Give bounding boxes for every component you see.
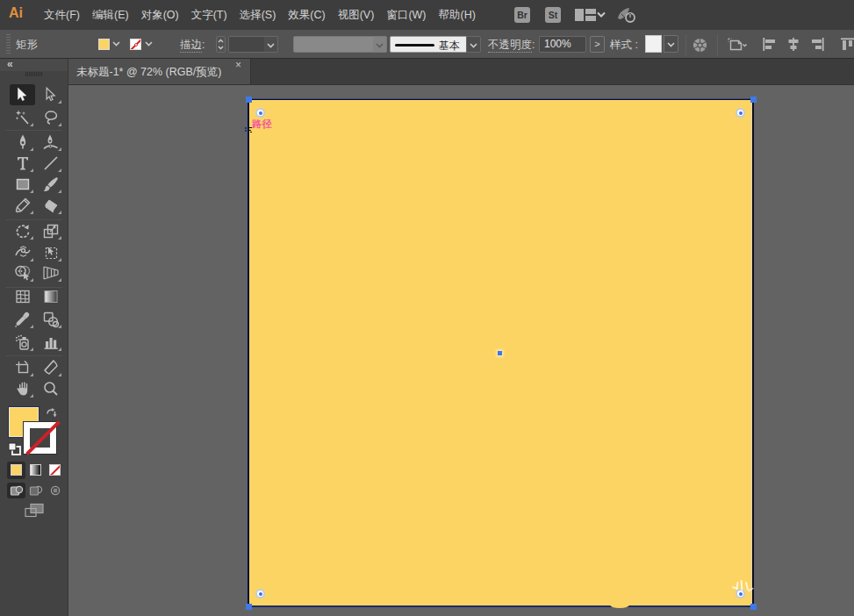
tool-hand[interactable] (10, 378, 35, 399)
tool-symbol-sprayer[interactable] (10, 332, 35, 353)
tool-column-graph[interactable] (38, 332, 63, 353)
stroke-width-input[interactable] (228, 36, 265, 53)
screen-mode-button[interactable] (24, 503, 45, 519)
tool-blend[interactable] (38, 309, 63, 330)
workspace-switcher-icon[interactable] (575, 8, 596, 22)
menu-file[interactable]: 文件(F) (38, 0, 86, 30)
align-vertical-top-icon[interactable] (841, 38, 854, 51)
none-button[interactable] (46, 462, 64, 479)
align-horizontal-right-icon[interactable] (810, 38, 824, 51)
opacity-more-button[interactable]: > (590, 36, 605, 53)
rotate-icon (14, 222, 32, 240)
menu-help[interactable]: 帮助(H) (433, 0, 482, 30)
bridge-button[interactable]: Br (514, 7, 530, 23)
tool-direct-selection[interactable] (38, 84, 63, 105)
live-corner-widget-top-right[interactable] (736, 108, 745, 118)
brush-name: 基本 (439, 39, 460, 54)
tool-perspective-grid[interactable] (38, 262, 63, 283)
align-horizontal-center-icon[interactable] (786, 38, 800, 51)
style-chevron-icon[interactable] (664, 35, 678, 53)
tool-free-transform[interactable] (38, 242, 63, 263)
stroke-width-stepper[interactable] (216, 36, 226, 53)
menu-object[interactable]: 对象(O) (135, 0, 185, 30)
gradient-swatch (30, 464, 41, 476)
scale-icon (42, 222, 60, 240)
color-button[interactable] (7, 462, 25, 479)
fill-color-swatch[interactable] (98, 39, 110, 50)
tool-mesh[interactable] (10, 286, 35, 307)
default-fill-stroke-icon[interactable] (8, 442, 21, 455)
tool-eraser[interactable] (38, 195, 63, 216)
gradient-icon (42, 288, 60, 305)
style-swatch[interactable] (645, 35, 662, 53)
stroke-panel-link[interactable]: 描边: (180, 38, 205, 53)
recolor-artwork-icon[interactable] (693, 38, 707, 53)
tool-width[interactable] (10, 242, 35, 263)
tool-curvature[interactable] (38, 132, 63, 153)
control-bar-grip[interactable] (6, 34, 11, 54)
anchor-bottom-right[interactable] (750, 604, 757, 610)
opacity-input[interactable]: 100% (539, 36, 586, 53)
slice-icon (42, 359, 60, 376)
stroke-chevron-down-icon[interactable] (145, 41, 153, 47)
tool-eyedropper[interactable] (10, 309, 35, 330)
tool-paintbrush[interactable] (38, 174, 63, 195)
stroke-color-swatch[interactable] (130, 39, 141, 50)
anchor-bottom-left[interactable] (246, 604, 252, 610)
draw-behind-icon (29, 484, 43, 497)
menu-type[interactable]: 文字(T) (185, 0, 233, 30)
swap-fill-stroke-icon[interactable] (46, 408, 58, 419)
tool-line-segment[interactable] (38, 153, 63, 174)
anchor-top-left[interactable] (246, 97, 252, 103)
gradient-button[interactable] (26, 462, 45, 479)
app-logo[interactable]: Ai (9, 5, 23, 21)
document-tab[interactable]: 未标题-1* @ 72% (RGB/预览) × (68, 59, 251, 84)
fill-chevron-down-icon[interactable] (112, 41, 120, 47)
draw-normal-button[interactable] (7, 483, 25, 498)
live-corner-widget-top-left[interactable] (255, 108, 265, 118)
gpu-performance-icon[interactable] (616, 6, 637, 24)
stroke-width-chevron-icon[interactable] (264, 36, 278, 53)
tool-pen[interactable] (10, 132, 35, 153)
tool-artboard[interactable] (10, 357, 35, 378)
tool-rotate[interactable] (10, 220, 35, 241)
menu-view[interactable]: 视图(V) (332, 0, 381, 30)
tools-panel-grip[interactable] (25, 72, 43, 76)
tool-gradient[interactable] (38, 286, 63, 307)
menu-select[interactable]: 选择(S) (233, 0, 283, 30)
opacity-panel-link[interactable]: 不透明度: (488, 38, 535, 53)
stroke-color-indicator[interactable] (24, 422, 56, 454)
tool-scale[interactable] (38, 220, 63, 241)
draw-behind-button[interactable] (26, 483, 45, 498)
column-graph-icon (42, 333, 60, 351)
menu-window[interactable]: 窗口(W) (380, 0, 432, 30)
tool-shape-builder[interactable] (10, 262, 35, 283)
brush-definition-select[interactable]: 基本 (390, 36, 467, 53)
object-center-point[interactable] (498, 351, 502, 355)
collapse-panel-button[interactable]: « (0, 59, 68, 71)
control-bar: 矩形 描边: 基本 不透明度: 100% > 样式 : (0, 30, 854, 59)
menu-edit[interactable]: 编辑(E) (86, 0, 135, 30)
tool-selection[interactable] (10, 84, 35, 105)
live-corner-widget-bottom-left[interactable] (255, 589, 265, 598)
tool-type[interactable] (10, 153, 35, 174)
menu-list: 文件(F) 编辑(E) 对象(O) 文字(T) 选择(S) 效果(C) 视图(V… (38, 0, 482, 30)
anchor-top-right[interactable] (750, 97, 757, 103)
brush-chevron-icon[interactable] (466, 36, 481, 53)
tool-lasso[interactable] (38, 107, 63, 128)
tool-zoom[interactable] (38, 378, 63, 399)
live-corner-widget-bottom-right[interactable] (736, 589, 745, 598)
document-tab-bar: 未标题-1* @ 72% (RGB/预览) × (68, 59, 854, 85)
color-swatch (11, 464, 22, 476)
tool-pencil[interactable] (10, 195, 35, 216)
workspace-chevron-down-icon[interactable] (597, 11, 606, 18)
tool-rectangle[interactable] (10, 174, 35, 195)
menu-effect[interactable]: 效果(C) (282, 0, 331, 30)
document-arrange-icon[interactable] (728, 38, 748, 53)
tool-magic-wand[interactable] (10, 107, 35, 128)
canvas-area[interactable]: 路径 (68, 85, 854, 616)
tool-slice[interactable] (38, 357, 63, 378)
align-horizontal-left-icon[interactable] (763, 38, 777, 51)
stock-button[interactable]: St (545, 7, 561, 23)
draw-inside-button[interactable] (46, 483, 64, 498)
